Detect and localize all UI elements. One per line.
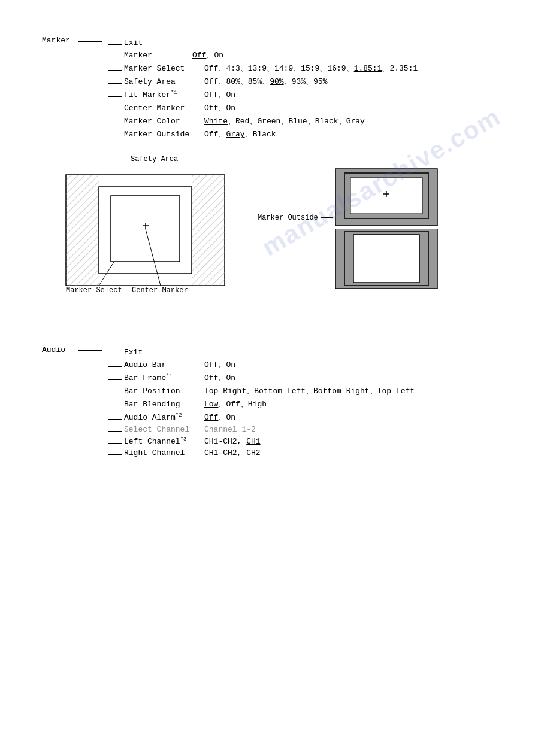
center-marker-row: Center Marker Off、On — [108, 102, 418, 113]
diagram-section: Safety Area Ma — [60, 166, 499, 292]
audio-root-label: Audio — [42, 345, 78, 354]
left-diagram: Safety Area Ma — [60, 166, 234, 292]
bar-blending-values: Low、Off、High — [204, 399, 267, 409]
right-channel-name: Right Channel — [124, 448, 202, 457]
svg-line-9 — [146, 229, 161, 286]
audio-tree: Exit Audio Bar Off、On Bar Frame*1 Off、On… — [108, 345, 415, 460]
right-channel-row: Right Channel CH1-CH2, CH2 — [108, 448, 415, 457]
bar-frame-name: Bar Frame*1 — [124, 373, 202, 382]
svg-rect-16 — [353, 235, 419, 283]
h-line-marker — [78, 41, 102, 42]
audio-exit-row: Exit — [108, 348, 415, 357]
safety-area-diag-label: Safety Area — [131, 155, 178, 163]
marker-outside-values: Off、Gray、Black — [204, 129, 276, 139]
spacer-1 — [42, 315, 499, 333]
right-top-svg — [333, 166, 440, 229]
marker-section: Marker Exit Marker Off、On Marker Select … — [42, 36, 499, 142]
fit-marker-values: Off、On — [204, 89, 235, 100]
marker-exit-name: Exit — [124, 38, 190, 47]
bar-position-values: Top Right、Bottom Left、Bottom Right、Top L… — [204, 385, 415, 396]
marker-outside-connector: Marker Outside — [258, 214, 333, 222]
safety-area-name: Safety Area — [124, 77, 202, 86]
left-channel-name: Left Channel*3 — [124, 436, 202, 446]
select-channel-name: Select Channel — [124, 425, 202, 434]
audio-alarm-name: Audio Alarm*2 — [124, 412, 202, 422]
marker-color-values: White、Red、Green、Blue、Black、Gray — [204, 116, 365, 126]
marker-tree: Exit Marker Off、On Marker Select Off、4:3… — [108, 36, 418, 142]
right-channel-values: CH1-CH2, CH2 — [204, 448, 261, 457]
marker-color-name: Marker Color — [124, 117, 202, 126]
marker-outside-row: Marker Outside Off、Gray、Black — [108, 129, 418, 139]
marker-root-label: Marker — [42, 36, 78, 45]
center-marker-values: Off、On — [204, 102, 235, 113]
audio-exit-name: Exit — [124, 348, 190, 357]
right-diagrams — [333, 166, 440, 292]
bar-frame-row: Bar Frame*1 Off、On — [108, 372, 415, 383]
marker-outside-name: Marker Outside — [124, 130, 202, 139]
select-channel-row: Select Channel Channel 1-2 — [108, 425, 415, 434]
marker-marker-name: Marker — [124, 51, 190, 60]
audio-alarm-row: Audio Alarm*2 Off、On — [108, 412, 415, 423]
select-channel-values: Channel 1-2 — [204, 425, 256, 434]
h-line-audio — [78, 350, 102, 351]
marker-outside-diag-label: Marker Outside — [258, 214, 318, 222]
marker-marker-values: Off、On — [192, 50, 223, 60]
left-diagram-labels-svg — [60, 166, 234, 292]
svg-line-8 — [99, 262, 114, 286]
marker-marker-row: Marker Off、On — [108, 50, 418, 60]
safety-area-values: Off、80%、85%、90%、93%、95% — [204, 76, 327, 87]
right-bottom-svg — [333, 229, 440, 292]
audio-connector: Exit Audio Bar Off、On Bar Frame*1 Off、On… — [78, 345, 415, 460]
marker-connector: Exit Marker Off、On Marker Select Off、4:3… — [78, 36, 418, 142]
marker-exit-row: Exit — [108, 38, 418, 47]
right-section: Marker Outside — [258, 166, 440, 292]
marker-select-row: Marker Select Off、4:3、13:9、14:9、15:9、16:… — [108, 63, 418, 74]
bar-position-name: Bar Position — [124, 387, 202, 396]
bar-frame-values: Off、On — [204, 372, 235, 383]
bar-blending-row: Bar Blending Low、Off、High — [108, 399, 415, 409]
left-channel-values: CH1-CH2, CH1 — [204, 437, 261, 446]
audio-bar-row: Audio Bar Off、On — [108, 359, 415, 370]
safety-area-row: Safety Area Off、80%、85%、90%、93%、95% — [108, 76, 418, 87]
audio-alarm-values: Off、On — [204, 412, 235, 423]
audio-section: Audio Exit Audio Bar Off、On Bar Frame*1 … — [42, 345, 499, 460]
audio-bar-values: Off、On — [204, 359, 235, 370]
marker-select-name: Marker Select — [124, 64, 202, 73]
bar-position-row: Bar Position Top Right、Bottom Left、Botto… — [108, 385, 415, 396]
fit-marker-row: Fit Marker*1 Off、On — [108, 89, 418, 100]
audio-bar-name: Audio Bar — [124, 360, 202, 369]
center-marker-name: Center Marker — [124, 104, 202, 113]
left-channel-row: Left Channel*3 CH1-CH2, CH1 — [108, 436, 415, 446]
fit-marker-name: Fit Marker*1 — [124, 90, 202, 99]
marker-color-row: Marker Color White、Red、Green、Blue、Black、… — [108, 116, 418, 126]
marker-select-values: Off、4:3、13:9、14:9、15:9、16:9、1.85:1、2.35:… — [204, 63, 418, 74]
marker-outside-line — [321, 217, 333, 218]
bar-blending-name: Bar Blending — [124, 400, 202, 409]
